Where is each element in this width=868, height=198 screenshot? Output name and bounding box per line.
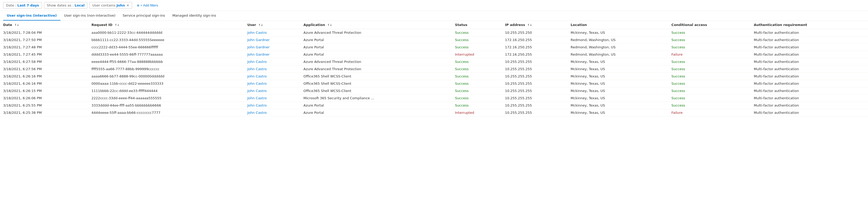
cell-auth-requirement: Multi-factor authentication [751, 80, 868, 87]
user-filter-prefix: User contains [92, 3, 116, 7]
cell-conditional-access: Success [669, 44, 751, 51]
date-filter-prefix: Date : [6, 3, 17, 7]
cell-date: 3/18/2021, 6:25:55 PM [0, 102, 88, 109]
filter-icon: ⊕ [137, 4, 140, 7]
cell-date: 3/18/2021, 6:26:15 PM [0, 87, 88, 94]
cell-application: Office365 Shell WCSS-Client [301, 80, 452, 87]
col-ip-address[interactable]: IP address ↑↓ [502, 21, 567, 29]
user-filter-close-icon[interactable]: ✕ [127, 4, 129, 7]
user-filter-chip[interactable]: User contains John ✕ [89, 2, 132, 9]
tab-interactive[interactable]: User sign-ins (interactive) [3, 11, 60, 21]
col-date[interactable]: Date ↑↓ [0, 21, 88, 29]
user-filter-value: John [117, 3, 125, 7]
table-row[interactable]: 3/18/2021, 6:27:58 PM eeee4444-ff55-6666… [0, 58, 868, 66]
table-row[interactable]: 3/18/2021, 6:26:15 PM 1111bbbb-22cc-dddd… [0, 87, 868, 94]
cell-date: 3/18/2021, 7:27:50 PM [0, 36, 88, 44]
cell-user[interactable]: John Castro [244, 109, 300, 116]
cell-user[interactable]: John Castro [244, 80, 300, 87]
table-row[interactable]: 3/18/2021, 7:28:04 PM aaa0000-bb11-2222-… [0, 29, 868, 36]
cell-status: Success [452, 102, 502, 109]
cell-ip-address: 10.255.255.255 [502, 80, 567, 87]
cell-application: Azure Portal [301, 44, 452, 51]
cell-request-id: aaaa6666-bb77-8888-99cc-000000dddddd [88, 73, 244, 80]
cell-request-id: 4444eeee-55ff-aaaa-bb66-cccccccc7777 [88, 109, 244, 116]
cell-application: Azure Advanced Threat Protection [301, 29, 452, 36]
cell-ip-address: 10.255.255.255 [502, 66, 567, 73]
cell-ip-address: 10.255.255.255 [502, 87, 567, 94]
cell-user[interactable]: John Castro [244, 66, 300, 73]
date-filter-chip[interactable]: Date : Last 7 days [3, 2, 42, 9]
col-location: Location [567, 21, 669, 29]
cell-user[interactable]: John Gardner [244, 36, 300, 44]
table-row[interactable]: 3/18/2021, 7:27:45 PM dddd3333-ee44-5555… [0, 51, 868, 58]
cell-date: 3/18/2021, 6:26:06 PM [0, 94, 88, 102]
cell-conditional-access: Failure [669, 109, 751, 116]
cell-ip-address: 10.255.255.255 [502, 94, 567, 102]
cell-request-id: 0000aaaa-11bb-cccc-dd22-eeeeee333333 [88, 80, 244, 87]
cell-location: Mckinney, Texas, US [567, 66, 669, 73]
cell-conditional-access: Success [669, 66, 751, 73]
cell-conditional-access: Success [669, 36, 751, 44]
cell-user[interactable]: John Castro [244, 94, 300, 102]
cell-request-id: ffff5555-aa66-7777-88bb-999999cccccc [88, 66, 244, 73]
table-row[interactable]: 3/18/2021, 6:26:06 PM 2222cccc-33dd-eeee… [0, 94, 868, 102]
tab-service-principal[interactable]: Service principal sign-ins [119, 11, 169, 21]
tabs-bar: User sign-ins (interactive) User sign-in… [0, 11, 868, 21]
cell-status: Success [452, 44, 502, 51]
show-dates-filter-chip[interactable]: Show dates as : Local [44, 2, 88, 9]
add-filters-label: + Add filters [141, 3, 158, 7]
cell-conditional-access: Success [669, 94, 751, 102]
table-row[interactable]: 3/18/2021, 6:26:16 PM aaaa6666-bb77-8888… [0, 73, 868, 80]
cell-conditional-access: Success [669, 29, 751, 36]
cell-user[interactable]: John Castro [244, 102, 300, 109]
ip-sort-icon: ↑↓ [527, 24, 532, 27]
cell-ip-address: 10.255.255.255 [502, 109, 567, 116]
add-filters-button[interactable]: ⊕ + Add filters [134, 2, 161, 8]
show-dates-value: Local [74, 3, 85, 7]
cell-ip-address: 10.255.255.255 [502, 102, 567, 109]
cell-location: Mckinney, Texas, US [567, 87, 669, 94]
cell-user[interactable]: John Castro [244, 73, 300, 80]
cell-status: Success [452, 73, 502, 80]
cell-application: Azure Portal [301, 51, 452, 58]
cell-auth-requirement: Multi-factor authentication [751, 94, 868, 102]
cell-status: Success [452, 36, 502, 44]
table-row[interactable]: 3/18/2021, 6:26:16 PM 0000aaaa-11bb-cccc… [0, 80, 868, 87]
col-user[interactable]: User ↑↓ [244, 21, 300, 29]
cell-request-id: eeee4444-ff55-6666-77aa-888888bbbbbb [88, 58, 244, 66]
cell-location: Mckinney, Texas, US [567, 80, 669, 87]
cell-application: Azure Portal [301, 109, 452, 116]
col-conditional-access: Conditional access [669, 21, 751, 29]
table-row[interactable]: 3/18/2021, 6:25:55 PM 3333dddd-44ee-ffff… [0, 102, 868, 109]
table-row[interactable]: 3/18/2021, 6:27:56 PM ffff5555-aa66-7777… [0, 66, 868, 73]
table-row[interactable]: 3/18/2021, 7:27:50 PM bbbb1111-cc22-3333… [0, 36, 868, 44]
cell-user[interactable]: John Castro [244, 87, 300, 94]
cell-status: Interrupted [452, 51, 502, 58]
cell-ip-address: 172.16.250.255 [502, 36, 567, 44]
cell-auth-requirement: Multi-factor authentication [751, 87, 868, 94]
cell-user[interactable]: John Gardner [244, 44, 300, 51]
cell-date: 3/18/2021, 7:27:48 PM [0, 44, 88, 51]
cell-application: Office365 Shell WCSS-Client [301, 87, 452, 94]
cell-location: Mckinney, Texas, US [567, 58, 669, 66]
col-application[interactable]: Application ↑↓ [301, 21, 452, 29]
cell-user[interactable]: John Gardner [244, 51, 300, 58]
table-row[interactable]: 3/18/2021, 6:25:38 PM 4444eeee-55ff-aaaa… [0, 109, 868, 116]
cell-user[interactable]: John Castro [244, 58, 300, 66]
table-row[interactable]: 3/18/2021, 7:27:48 PM cccc2222-dd33-4444… [0, 44, 868, 51]
cell-application: Azure Advanced Threat Protection [301, 58, 452, 66]
request-id-sort-icon: ↑↓ [115, 24, 119, 27]
col-request-id[interactable]: Request ID ↑↓ [88, 21, 244, 29]
cell-user[interactable]: John Castro [244, 29, 300, 36]
cell-ip-address: 172.16.250.255 [502, 51, 567, 58]
cell-auth-requirement: Multi-factor authentication [751, 58, 868, 66]
cell-auth-requirement: Multi-factor authentication [751, 51, 868, 58]
tab-non-interactive[interactable]: User sign-ins (non-interactive) [60, 11, 119, 21]
cell-date: 3/18/2021, 6:26:16 PM [0, 80, 88, 87]
date-sort-icon: ↑↓ [14, 24, 19, 27]
cell-date: 3/18/2021, 6:25:38 PM [0, 109, 88, 116]
tab-managed-identity[interactable]: Managed identity sign-ins [168, 11, 220, 21]
cell-conditional-access: Failure [669, 51, 751, 58]
cell-application: Microsoft 365 Security and Compliance ..… [301, 94, 452, 102]
cell-request-id: dddd3333-ee44-5555-66ff-777777aaaaaa [88, 51, 244, 58]
